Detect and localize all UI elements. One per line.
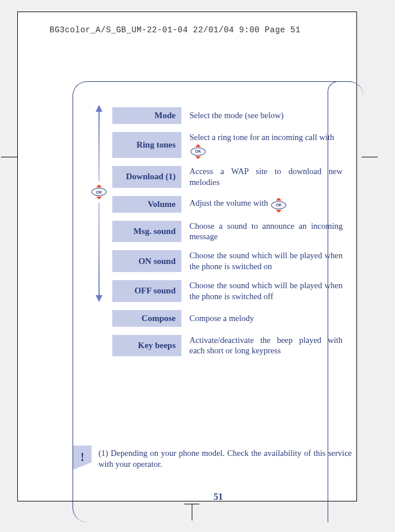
menu-desc: Select the mode (see below) — [181, 107, 343, 124]
menu-label: Msg. sound — [112, 221, 181, 243]
menu-desc: Choose the sound which will be played wh… — [181, 280, 343, 302]
content-frame: OK Mode Select the mode (see below) Ring… — [73, 81, 363, 522]
nav-line-bottom — [98, 203, 100, 295]
crop-mark — [184, 504, 199, 504]
menu-row: OFF sound Choose the sound which will be… — [112, 280, 343, 302]
menu-label: Key beeps — [112, 335, 181, 357]
menu-row: Msg. sound Choose a sound to announce an… — [112, 221, 343, 243]
page-number: 51 — [73, 492, 363, 502]
menu-row: Mode Select the mode (see below) — [112, 107, 343, 124]
arrow-up-icon — [96, 105, 102, 112]
menu-desc-text: Select a ring tone for an incoming call … — [189, 133, 334, 142]
crop-mark — [1, 157, 17, 157]
menu-desc: Access a WAP site to download new melodi… — [181, 166, 343, 188]
page-frame: BG3color_A/S_GB_UM-22-01-04 22/01/04 9:0… — [17, 12, 357, 501]
nav-column: OK — [90, 99, 108, 302]
menu-label: Mode — [112, 107, 181, 124]
menu-table: Mode Select the mode (see below) Ring to… — [112, 99, 343, 364]
menu-desc: Adjust the volume with OK — [181, 196, 343, 213]
menu-label: Ring tones — [112, 132, 181, 158]
ok-button-icon: OK — [271, 198, 286, 213]
menu-label: OFF sound — [112, 280, 181, 302]
crop-mark — [192, 504, 192, 520]
menu-area: OK Mode Select the mode (see below) Ring… — [90, 99, 352, 364]
footnote-marker: ! — [73, 446, 92, 470]
ok-button-icon: OK — [92, 184, 107, 199]
menu-row: ON sound Choose the sound which will be … — [112, 250, 343, 272]
menu-row: Ring tones Select a ring tone for an inc… — [112, 132, 343, 158]
ok-button-icon: OK — [191, 144, 206, 159]
footnote: ! (1) Depending on your phone model. Che… — [73, 446, 363, 470]
menu-label: ON sound — [112, 250, 181, 272]
arrow-down-icon — [96, 295, 102, 302]
menu-row: Download (1) Access a WAP site to downlo… — [112, 166, 343, 188]
crop-mark — [362, 157, 378, 157]
menu-desc-text: Adjust the volume with — [189, 198, 268, 207]
menu-label: Compose — [112, 310, 181, 327]
menu-desc: Compose a melody — [181, 310, 343, 327]
menu-row: Volume Adjust the volume with OK — [112, 196, 343, 213]
menu-desc: Select a ring tone for an incoming call … — [181, 132, 343, 158]
nav-line-top — [98, 112, 100, 181]
menu-desc: Activate/deactivate the beep played with… — [181, 335, 343, 357]
menu-desc: Choose a sound to announce an incoming m… — [181, 221, 343, 243]
page-header: BG3color_A/S_GB_UM-22-01-04 22/01/04 9:0… — [50, 25, 301, 35]
menu-label: Download (1) — [112, 166, 181, 188]
menu-desc: Choose the sound which will be played wh… — [181, 250, 343, 272]
next-page-frame — [328, 81, 338, 522]
menu-label: Volume — [112, 196, 181, 213]
footnote-text: (1) Depending on your phone model. Check… — [92, 446, 363, 470]
menu-row: Key beeps Activate/deactivate the beep p… — [112, 335, 343, 357]
menu-row: Compose Compose a melody — [112, 310, 343, 327]
